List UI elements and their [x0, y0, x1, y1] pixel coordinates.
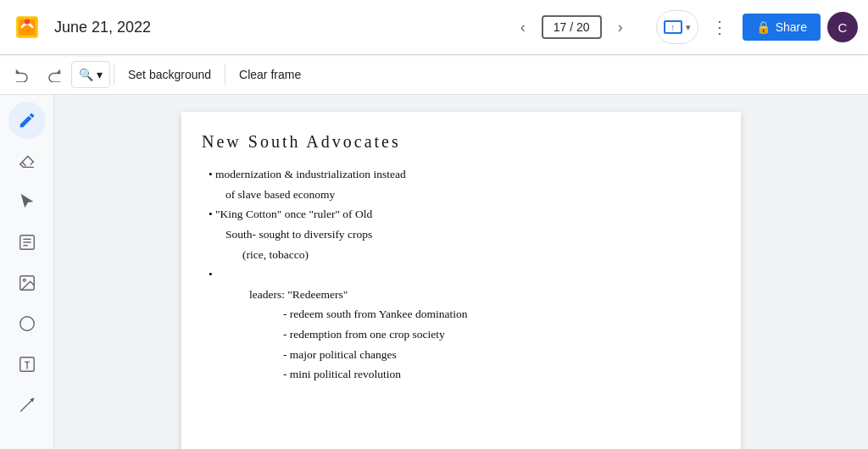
slide-navigation: ‹ 17 / 20 ›	[508, 12, 636, 42]
svg-point-8	[23, 279, 25, 281]
pencil-tool-button[interactable]	[8, 102, 46, 139]
lock-icon: 🔒	[756, 20, 771, 34]
present-button[interactable]: ↑ ▾	[656, 10, 698, 44]
undo-button[interactable]	[7, 59, 37, 90]
toolbar: 🔍 ▾ Set background Clear frame	[0, 54, 868, 95]
laser-pointer-button[interactable]	[8, 386, 46, 424]
svg-point-2	[25, 19, 30, 24]
share-label: Share	[776, 20, 807, 34]
line-9: - redemption from one crop society	[283, 324, 721, 345]
line-4: South- sought to diversify crops	[225, 224, 721, 245]
line-10: - major political changes	[283, 345, 721, 365]
svg-point-9	[19, 317, 34, 331]
header: June 21, 2022 ‹ 17 / 20 › ↑ ▾ ⋮ 🔒 Share …	[0, 0, 868, 54]
share-button[interactable]: 🔒 Share	[743, 14, 821, 41]
slide-body: • modernization & industrialization inst…	[202, 164, 721, 385]
toolbar-divider-2	[225, 64, 225, 85]
more-options-button[interactable]: ⋮	[705, 12, 736, 42]
present-icon: ↑	[664, 20, 682, 34]
zoom-dropdown-arrow: ▾	[97, 68, 103, 81]
select-tool-button[interactable]	[8, 183, 46, 220]
zoom-control[interactable]: 🔍 ▾	[71, 61, 110, 88]
line-7: leaders: "Redeemers"	[249, 285, 721, 305]
zoom-icon: 🔍	[79, 68, 93, 81]
slide-frame: New South Advocates • modernization & in…	[181, 112, 741, 449]
line-8: - redeem south from Yankee domination	[283, 304, 721, 324]
image-tool-button[interactable]	[8, 264, 46, 302]
app-logo	[10, 10, 44, 44]
redo-button[interactable]	[39, 59, 70, 90]
text-tool-button[interactable]	[8, 346, 46, 383]
shape-tool-button[interactable]	[8, 305, 46, 342]
slide-title: New South Advocates	[202, 129, 721, 154]
line-3: • "King Cotton" once "ruler" of Old	[209, 204, 721, 224]
main-area: New South Advocates • modernization & in…	[0, 95, 868, 449]
line-1: • modernization & industrialization inst…	[209, 164, 721, 185]
prev-slide-button[interactable]: ‹	[508, 12, 538, 42]
eraser-tool-button[interactable]	[8, 142, 46, 180]
line-5: (rice, tobacco)	[242, 245, 721, 265]
sticky-note-button[interactable]	[8, 224, 46, 261]
document-title: June 21, 2022	[54, 19, 151, 36]
slide-content: New South Advocates • modernization & in…	[202, 129, 721, 385]
line-11: - mini political revolution	[283, 364, 721, 385]
toolbar-divider-1	[114, 64, 114, 85]
left-sidebar	[0, 95, 54, 449]
header-right-controls: ↑ ▾ ⋮ 🔒 Share C	[656, 10, 858, 44]
line-2: of slave based economy	[225, 185, 721, 205]
slide-counter[interactable]: 17 / 20	[542, 15, 602, 39]
line-6: •	[209, 264, 721, 285]
dropdown-arrow-icon: ▾	[686, 22, 691, 33]
canvas-area: New South Advocates • modernization & in…	[54, 95, 868, 449]
next-slide-button[interactable]: ›	[605, 12, 636, 42]
clear-frame-button[interactable]: Clear frame	[229, 63, 311, 86]
user-avatar[interactable]: C	[827, 12, 858, 42]
set-background-button[interactable]: Set background	[118, 63, 221, 86]
